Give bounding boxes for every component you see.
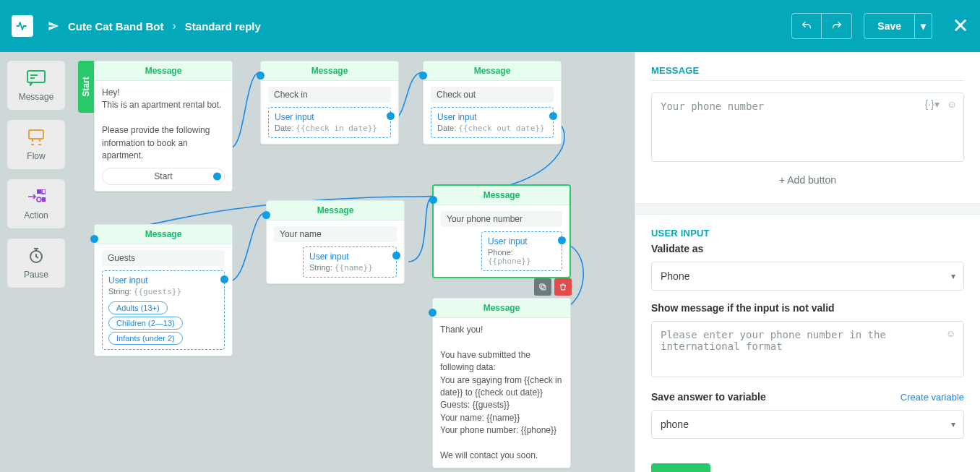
user-input-title: User input — [275, 112, 384, 122]
app-logo[interactable] — [12, 15, 33, 37]
node-summary[interactable]: Message Thank you! You have submitted th… — [432, 298, 571, 468]
node-title: Message — [433, 299, 570, 318]
flow-icon — [27, 128, 46, 147]
port-out[interactable] — [220, 275, 228, 283]
svg-point-6 — [37, 197, 41, 202]
chip-children[interactable]: Children (2—13) — [108, 317, 183, 330]
save-variable-label: Save answer to variable — [651, 391, 766, 403]
invalid-message-textarea[interactable] — [651, 321, 964, 377]
port-in[interactable] — [257, 72, 265, 80]
validate-select[interactable]: Phone — [651, 262, 964, 291]
save-variable-select[interactable]: phone — [651, 410, 964, 439]
apply-button[interactable]: Apply — [651, 463, 710, 472]
add-button-link[interactable]: + Add button — [651, 164, 964, 203]
port-out[interactable] — [549, 112, 557, 120]
tool-message[interactable]: Message — [7, 61, 65, 110]
duplicate-node-button[interactable] — [534, 278, 551, 296]
node-plain-text: Your phone number — [441, 211, 562, 227]
create-variable-link[interactable]: Create variable — [901, 392, 964, 403]
delete-node-button[interactable] — [554, 278, 572, 296]
user-input-box[interactable]: User input String: {{name}} — [303, 246, 397, 278]
user-input-title: User input — [108, 275, 218, 286]
node-plain-text: Your name — [274, 226, 397, 242]
breadcrumb-bot-name[interactable]: Cute Cat Band Bot — [68, 20, 164, 33]
svg-rect-0 — [27, 71, 45, 82]
node-text: Hey! This is an apartment rental bot. Pl… — [102, 87, 225, 162]
chip-adults[interactable]: Adults (13+) — [108, 301, 168, 314]
breadcrumb: Cute Cat Band Bot › Standard reply — [48, 20, 261, 33]
node-checkout[interactable]: Message Check out User input Date: {{che… — [423, 61, 562, 145]
svg-rect-1 — [30, 74, 38, 76]
close-button[interactable] — [953, 17, 968, 35]
tool-action[interactable]: Action — [7, 179, 65, 228]
svg-rect-4 — [37, 189, 41, 194]
port-out[interactable] — [558, 236, 566, 244]
port-out[interactable] — [392, 252, 400, 259]
panel-section-message: MESSAGE — [651, 65, 964, 76]
svg-rect-7 — [42, 197, 46, 202]
tool-pause[interactable]: Pause — [7, 239, 65, 288]
port-in[interactable] — [419, 72, 427, 80]
node-phone[interactable]: Message Your phone number User input Pho… — [432, 184, 571, 278]
node-plain-text: Check in — [268, 87, 391, 103]
section-divider — [635, 203, 980, 215]
port-in[interactable] — [429, 309, 437, 317]
pause-icon — [27, 246, 46, 265]
tool-message-label: Message — [19, 92, 54, 102]
app-header: Cute Cat Band Bot › Standard reply Save … — [0, 0, 980, 52]
message-textarea[interactable] — [651, 93, 964, 162]
save-dropdown-button[interactable]: ▾ — [915, 13, 932, 39]
emoji-button[interactable]: ☺ — [946, 328, 955, 339]
emoji-button[interactable]: ☺ — [947, 98, 957, 110]
validate-label: Validate as — [651, 243, 964, 254]
port-out[interactable] — [213, 173, 221, 181]
breadcrumb-page-title: Standard reply — [185, 20, 261, 33]
start-tab[interactable]: Start — [78, 61, 94, 113]
undo-button[interactable] — [791, 13, 822, 39]
insert-variable-button[interactable]: {·}▾ — [924, 98, 939, 110]
node-plain-text: Check out — [431, 87, 554, 103]
save-button[interactable]: Save — [864, 13, 915, 39]
user-input-box[interactable]: User input String: {{guests}} Adults (13… — [102, 270, 225, 350]
message-icon — [27, 69, 46, 87]
node-checkin[interactable]: Message Check in User input Date: {{chec… — [260, 61, 399, 145]
panel-section-userinput: USER INPUT — [651, 228, 964, 239]
port-out[interactable] — [387, 112, 395, 120]
invalid-message-label: Show message if the input is not valid — [651, 302, 964, 314]
node-guests[interactable]: Message Guests User input String: {{gues… — [94, 224, 233, 356]
tool-flow-label: Flow — [27, 151, 45, 161]
node-text: Thank you! You have submitted the follow… — [440, 324, 563, 462]
chip-infants[interactable]: Infants (under 2) — [108, 332, 183, 345]
tool-pause-label: Pause — [24, 270, 48, 280]
node-toolbar — [534, 278, 572, 296]
node-title: Message — [434, 186, 569, 205]
user-input-box[interactable]: User input Phone: {{phone}} — [481, 231, 562, 271]
action-icon — [27, 187, 46, 206]
port-in[interactable] — [262, 211, 270, 219]
node-title: Message — [95, 61, 232, 81]
node-plain-text: Guests — [102, 250, 225, 266]
redo-button[interactable] — [822, 13, 852, 39]
node-name[interactable]: Message Your name User input String: {{n… — [266, 200, 405, 284]
node-title: Message — [424, 61, 561, 81]
svg-rect-5 — [42, 189, 46, 194]
tool-flow[interactable]: Flow — [7, 120, 65, 169]
flow-canvas[interactable]: Start Message Hey! This is an apartment … — [72, 52, 635, 472]
node-intro[interactable]: Message Hey! This is an apartment rental… — [94, 61, 233, 192]
tool-palette: Message Flow Action Pause — [0, 52, 72, 472]
header-actions: Save ▾ — [791, 13, 968, 39]
user-input-title: User input — [488, 236, 556, 246]
svg-rect-9 — [541, 286, 546, 290]
port-in[interactable] — [429, 196, 437, 204]
node-title: Message — [267, 201, 404, 220]
divider — [651, 80, 964, 81]
node-start-button[interactable]: Start — [102, 168, 225, 185]
node-title: Message — [95, 225, 232, 244]
user-input-box[interactable]: User input Date: {{check out date}} — [431, 107, 554, 138]
user-input-box[interactable]: User input Date: {{check in date}} — [268, 107, 391, 138]
properties-panel: MESSAGE {·}▾ ☺ + Add button USER INPUT V… — [635, 52, 980, 472]
svg-rect-2 — [30, 77, 35, 79]
user-input-title: User input — [309, 252, 390, 262]
svg-rect-3 — [29, 130, 43, 139]
port-in[interactable] — [90, 235, 98, 243]
